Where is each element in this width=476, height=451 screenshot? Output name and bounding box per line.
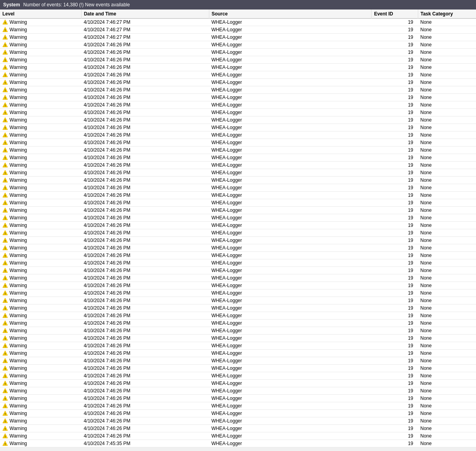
table-row[interactable]: ! Warning4/10/2024 7:46:26 PMWHEA-Logger… (0, 259, 476, 267)
cell-datetime: 4/10/2024 7:45:35 PM (81, 440, 209, 447)
col-header-eventid[interactable]: Event ID (372, 10, 418, 19)
table-row[interactable]: ! Warning4/10/2024 7:46:26 PMWHEA-Logger… (0, 116, 476, 124)
col-header-level[interactable]: Level (0, 10, 81, 19)
table-row[interactable]: ! Warning4/10/2024 7:46:26 PMWHEA-Logger… (0, 162, 476, 169)
col-header-source[interactable]: Source (209, 10, 372, 19)
level-text: Warning (9, 253, 27, 258)
cell-taskcategory: None (418, 207, 476, 214)
cell-source: WHEA-Logger (209, 19, 372, 26)
cell-taskcategory: None (418, 387, 476, 395)
cell-taskcategory: None (418, 417, 476, 425)
cell-datetime: 4/10/2024 7:46:26 PM (81, 350, 209, 357)
table-row[interactable]: ! Warning4/10/2024 7:46:26 PMWHEA-Logger… (0, 380, 476, 387)
table-row[interactable]: ! Warning4/10/2024 7:46:26 PMWHEA-Logger… (0, 417, 476, 425)
table-row[interactable]: ! Warning4/10/2024 7:46:26 PMWHEA-Logger… (0, 86, 476, 94)
table-row[interactable]: ! Warning4/10/2024 7:46:26 PMWHEA-Logger… (0, 101, 476, 109)
table-row[interactable]: ! Warning4/10/2024 7:46:26 PMWHEA-Logger… (0, 192, 476, 199)
table-row[interactable]: ! Warning4/10/2024 7:46:26 PMWHEA-Logger… (0, 109, 476, 116)
cell-level: ! Warning (0, 169, 81, 177)
table-row[interactable]: ! Warning4/10/2024 7:46:27 PMWHEA-Logger… (0, 19, 476, 26)
svg-text:!: ! (5, 164, 6, 167)
level-text: Warning (9, 365, 27, 371)
cell-taskcategory: None (418, 214, 476, 222)
svg-text:!: ! (5, 382, 6, 386)
cell-taskcategory: None (418, 131, 476, 139)
table-row[interactable]: ! Warning4/10/2024 7:46:26 PMWHEA-Logger… (0, 402, 476, 410)
cell-taskcategory: None (418, 372, 476, 380)
cell-taskcategory: None (418, 86, 476, 94)
cell-datetime: 4/10/2024 7:46:27 PM (81, 26, 209, 34)
table-row[interactable]: ! Warning4/10/2024 7:46:26 PMWHEA-Logger… (0, 244, 476, 252)
svg-text:!: ! (5, 36, 6, 40)
table-row[interactable]: ! Warning4/10/2024 7:46:26 PMWHEA-Logger… (0, 342, 476, 350)
cell-datetime: 4/10/2024 7:46:26 PM (81, 274, 209, 282)
table-row[interactable]: ! Warning4/10/2024 7:46:26 PMWHEA-Logger… (0, 372, 476, 380)
table-row[interactable]: ! Warning4/10/2024 7:46:26 PMWHEA-Logger… (0, 320, 476, 327)
table-row[interactable]: ! Warning4/10/2024 7:46:26 PMWHEA-Logger… (0, 139, 476, 147)
table-row[interactable]: ! Warning4/10/2024 7:46:26 PMWHEA-Logger… (0, 289, 476, 297)
table-row[interactable]: ! Warning4/10/2024 7:46:26 PMWHEA-Logger… (0, 282, 476, 289)
table-row[interactable]: ! Warning4/10/2024 7:46:26 PMWHEA-Logger… (0, 222, 476, 229)
table-row[interactable]: ! Warning4/10/2024 7:46:26 PMWHEA-Logger… (0, 184, 476, 192)
table-row[interactable]: ! Warning4/10/2024 7:46:26 PMWHEA-Logger… (0, 297, 476, 304)
table-row[interactable]: ! Warning4/10/2024 7:46:26 PMWHEA-Logger… (0, 41, 476, 49)
cell-datetime: 4/10/2024 7:46:26 PM (81, 244, 209, 252)
svg-text:!: ! (5, 209, 6, 213)
cell-taskcategory: None (418, 237, 476, 244)
table-row[interactable]: ! Warning4/10/2024 7:46:26 PMWHEA-Logger… (0, 425, 476, 432)
table-row[interactable]: ! Warning4/10/2024 7:46:26 PMWHEA-Logger… (0, 432, 476, 440)
table-row[interactable]: ! Warning4/10/2024 7:46:26 PMWHEA-Logger… (0, 56, 476, 64)
table-row[interactable]: ! Warning4/10/2024 7:46:26 PMWHEA-Logger… (0, 94, 476, 101)
table-row[interactable]: ! Warning4/10/2024 7:46:26 PMWHEA-Logger… (0, 154, 476, 162)
svg-text:!: ! (5, 360, 6, 363)
table-row[interactable]: ! Warning4/10/2024 7:46:26 PMWHEA-Logger… (0, 327, 476, 335)
table-row[interactable]: ! Warning4/10/2024 7:46:26 PMWHEA-Logger… (0, 357, 476, 365)
table-row[interactable]: ! Warning4/10/2024 7:46:26 PMWHEA-Logger… (0, 410, 476, 417)
warning-icon: ! (2, 102, 8, 108)
table-row[interactable]: ! Warning4/10/2024 7:46:26 PMWHEA-Logger… (0, 395, 476, 402)
warning-icon: ! (2, 117, 8, 123)
table-row[interactable]: ! Warning4/10/2024 7:46:26 PMWHEA-Logger… (0, 207, 476, 214)
table-row[interactable]: ! Warning4/10/2024 7:46:26 PMWHEA-Logger… (0, 274, 476, 282)
cell-taskcategory: None (418, 327, 476, 335)
table-row[interactable]: ! Warning4/10/2024 7:46:26 PMWHEA-Logger… (0, 365, 476, 372)
cell-level: ! Warning (0, 327, 81, 335)
cell-eventid: 19 (372, 177, 418, 184)
table-row[interactable]: ! Warning4/10/2024 7:46:26 PMWHEA-Logger… (0, 252, 476, 259)
cell-datetime: 4/10/2024 7:46:26 PM (81, 116, 209, 124)
table-row[interactable]: ! Warning4/10/2024 7:46:26 PMWHEA-Logger… (0, 131, 476, 139)
table-row[interactable]: ! Warning4/10/2024 7:46:26 PMWHEA-Logger… (0, 267, 476, 274)
table-row[interactable]: ! Warning4/10/2024 7:46:26 PMWHEA-Logger… (0, 64, 476, 71)
cell-level: ! Warning (0, 19, 81, 26)
table-row[interactable]: ! Warning4/10/2024 7:46:26 PMWHEA-Logger… (0, 387, 476, 395)
table-row[interactable]: ! Warning4/10/2024 7:46:26 PMWHEA-Logger… (0, 177, 476, 184)
warning-icon: ! (2, 87, 8, 93)
table-row[interactable]: ! Warning4/10/2024 7:46:26 PMWHEA-Logger… (0, 304, 476, 312)
table-row[interactable]: ! Warning4/10/2024 7:46:26 PMWHEA-Logger… (0, 79, 476, 86)
col-header-datetime[interactable]: Date and Time (81, 10, 209, 19)
table-row[interactable]: ! Warning4/10/2024 7:46:26 PMWHEA-Logger… (0, 214, 476, 222)
table-row[interactable]: ! Warning4/10/2024 7:46:26 PMWHEA-Logger… (0, 71, 476, 79)
table-row[interactable]: ! Warning4/10/2024 7:46:26 PMWHEA-Logger… (0, 229, 476, 237)
table-row[interactable]: ! Warning4/10/2024 7:46:26 PMWHEA-Logger… (0, 169, 476, 177)
cell-datetime: 4/10/2024 7:46:26 PM (81, 169, 209, 177)
warning-icon: ! (2, 238, 8, 243)
col-header-taskcategory[interactable]: Task Category (418, 10, 476, 19)
table-row[interactable]: ! Warning4/10/2024 7:46:26 PMWHEA-Logger… (0, 237, 476, 244)
warning-icon: ! (2, 441, 8, 446)
table-row[interactable]: ! Warning4/10/2024 7:45:35 PMWHEA-Logger… (0, 440, 476, 447)
table-row[interactable]: ! Warning4/10/2024 7:46:27 PMWHEA-Logger… (0, 34, 476, 41)
table-row[interactable]: ! Warning4/10/2024 7:46:26 PMWHEA-Logger… (0, 350, 476, 357)
table-row[interactable]: ! Warning4/10/2024 7:46:26 PMWHEA-Logger… (0, 147, 476, 154)
table-row[interactable]: ! Warning4/10/2024 7:46:26 PMWHEA-Logger… (0, 335, 476, 342)
level-text: Warning (9, 328, 27, 333)
warning-icon: ! (2, 27, 8, 32)
table-row[interactable]: ! Warning4/10/2024 7:46:26 PMWHEA-Logger… (0, 312, 476, 320)
cell-source: WHEA-Logger (209, 440, 372, 447)
table-row[interactable]: ! Warning4/10/2024 7:46:26 PMWHEA-Logger… (0, 124, 476, 131)
level-text: Warning (9, 223, 27, 228)
table-row[interactable]: ! Warning4/10/2024 7:46:27 PMWHEA-Logger… (0, 26, 476, 34)
table-row[interactable]: ! Warning4/10/2024 7:46:26 PMWHEA-Logger… (0, 199, 476, 207)
warning-icon: ! (2, 19, 8, 25)
table-row[interactable]: ! Warning4/10/2024 7:46:26 PMWHEA-Logger… (0, 49, 476, 56)
